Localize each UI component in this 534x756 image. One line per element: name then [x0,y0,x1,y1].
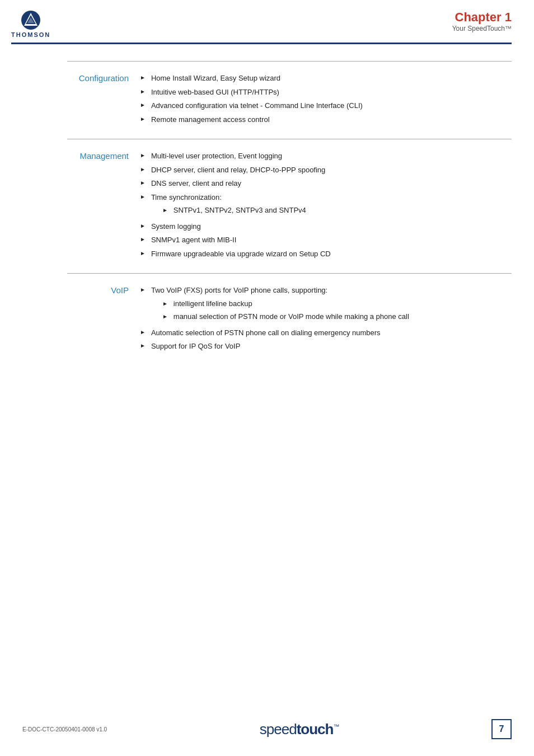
bullet-arrow: ► [140,285,146,294]
sub-bullet-arrow: ► [162,312,168,321]
list-item-text: Two VoIP (FXS) ports for VoIP phone call… [151,286,327,294]
sub-list-item-text: intelligent lifeline backup [174,298,252,309]
list-item: ► Two VoIP (FXS) ports for VoIP phone ca… [140,285,512,325]
chapter-subtitle: Your SpeedTouch™ [452,25,512,32]
chapter-area: Chapter 1 Your SpeedTouch™ [452,10,512,32]
bullet-arrow: ► [140,341,146,350]
voip-label: VoIP [67,285,140,295]
list-item-text: Firmware upgradeable via upgrade wizard … [151,248,331,260]
list-item-text: Automatic selection of PSTN phone call o… [151,327,381,339]
voip-section: VoIP ► Two VoIP (FXS) ports for VoIP pho… [67,274,512,366]
doc-reference: E-DOC-CTC-20050401-0008 v1.0 [22,726,107,732]
management-content: ► Multi-level user protection, Event log… [140,151,512,262]
list-item: ► Support for IP QoS for VoIP [140,341,512,352]
list-item-text: Time synchronization: [151,193,222,201]
list-item-text: DHCP server, client and relay, DHCP-to-P… [151,165,325,176]
list-item-text: Intuitive web-based GUI (HTTP/HTTPs) [151,87,279,98]
voip-list: ► Two VoIP (FXS) ports for VoIP phone ca… [140,285,512,352]
list-item-text: DNS server, client and relay [151,178,241,189]
thomson-text: THOMSON [11,31,50,38]
sub-list-item-text: SNTPv1, SNTPv2, SNTPv3 and SNTPv4 [174,205,306,216]
configuration-content: ► Home Install Wizard, Easy Setup wizard… [140,73,512,128]
configuration-section: Configuration ► Home Install Wizard, Eas… [67,61,512,139]
bullet-arrow: ► [140,165,146,173]
configuration-label: Configuration [67,73,140,83]
management-section: Management ► Multi-level user protection… [67,139,512,274]
time-sync-sublist: ► SNTPv1, SNTPv2, SNTPv3 and SNTPv4 [162,205,306,216]
page-footer: E-DOC-CTC-20050401-0008 v1.0 speedtouch™… [0,719,534,739]
list-item-text: Multi-level user protection, Event loggi… [151,151,282,162]
main-content: Configuration ► Home Install Wizard, Eas… [0,44,534,377]
list-item: ► Multi-level user protection, Event log… [140,151,512,162]
sub-bullet-arrow: ► [162,299,168,308]
speedtouch-logo-area: speedtouch™ [260,721,339,738]
bullet-arrow: ► [140,235,146,243]
bullet-arrow: ► [140,87,146,96]
list-item: ► Firmware upgradeable via upgrade wizar… [140,248,512,260]
bullet-arrow: ► [140,249,146,257]
bullet-arrow: ► [140,115,146,123]
bullet-arrow: ► [140,328,146,336]
list-item: ► Remote management access control [140,114,512,125]
voip-content: ► Two VoIP (FXS) ports for VoIP phone ca… [140,285,512,355]
list-item: ► Time synchronization: ► SNTPv1, SNTPv2… [140,192,512,218]
thomson-logo-icon [18,10,43,30]
speedtouch-bold: touch [297,721,334,738]
list-item: ► Intuitive web-based GUI (HTTP/HTTPs) [140,87,512,98]
list-item: ► Home Install Wizard, Easy Setup wizard [140,73,512,84]
list-item: ► DNS server, client and relay [140,178,512,189]
list-item: ► System logging [140,221,512,232]
management-label: Management [67,151,140,161]
sub-bullet-arrow: ► [162,206,168,214]
list-item-with-sub: Two VoIP (FXS) ports for VoIP phone call… [151,285,409,325]
bullet-arrow: ► [140,192,146,201]
trademark-symbol: ™ [333,723,339,730]
sub-list-item: ► intelligent lifeline backup [162,298,409,309]
voip-sublist: ► intelligent lifeline backup ► manual s… [162,298,409,322]
speedtouch-logo: speedtouch™ [260,721,339,738]
list-item: ► Automatic selection of PSTN phone call… [140,327,512,339]
page-header: THOMSON Chapter 1 Your SpeedTouch™ [0,0,534,38]
list-item: ► DHCP server, client and relay, DHCP-to… [140,165,512,176]
management-list: ► Multi-level user protection, Event log… [140,151,512,259]
bullet-arrow: ► [140,151,146,159]
bullet-arrow: ► [140,73,146,82]
list-item-text: System logging [151,221,201,232]
list-item-text: Home Install Wizard, Easy Setup wizard [151,73,280,84]
sub-list-item: ► manual selection of PSTN mode or VoIP … [162,311,409,322]
bullet-arrow: ► [140,179,146,187]
chapter-label: Chapter 1 [452,10,512,25]
list-item-text: Advanced configuration via telnet - Comm… [151,100,363,111]
list-item: ► SNMPv1 agent with MIB-II [140,234,512,246]
list-item-with-sub: Time synchronization: ► SNTPv1, SNTPv2, … [151,192,306,218]
logo-area: THOMSON [11,10,50,38]
sub-list-item-text: manual selection of PSTN mode or VoIP mo… [174,311,409,322]
list-item-text: Support for IP QoS for VoIP [151,341,240,352]
bullet-arrow: ► [140,222,146,230]
list-item-text: Remote management access control [151,114,270,125]
list-item-text: SNMPv1 agent with MIB-II [151,234,236,246]
bullet-arrow: ► [140,101,146,109]
configuration-list: ► Home Install Wizard, Easy Setup wizard… [140,73,512,125]
sub-list-item: ► SNTPv1, SNTPv2, SNTPv3 and SNTPv4 [162,205,306,216]
page-number: 7 [491,719,512,739]
list-item: ► Advanced configuration via telnet - Co… [140,100,512,111]
